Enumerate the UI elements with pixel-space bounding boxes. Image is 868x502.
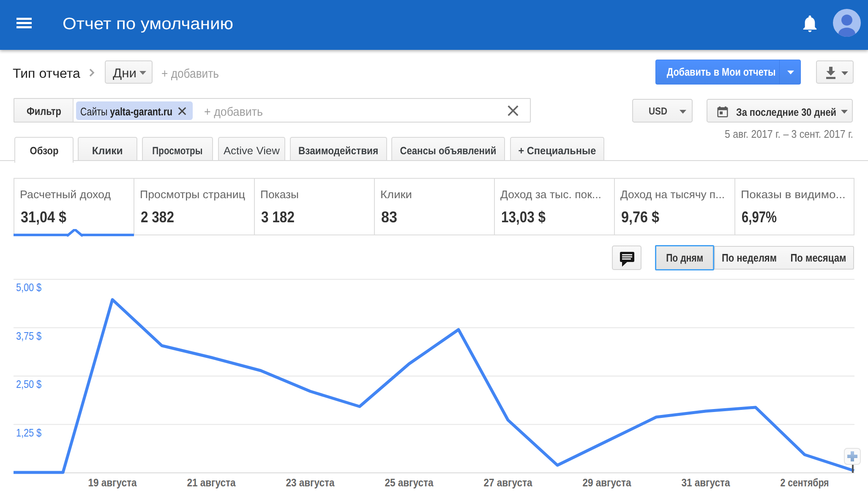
- svg-text:27 августа: 27 августа: [484, 476, 532, 489]
- svg-text:25 августа: 25 августа: [385, 476, 434, 489]
- svg-text:31 августа: 31 августа: [682, 476, 730, 489]
- svg-text:1,25 $: 1,25 $: [16, 426, 41, 439]
- svg-text:21 августа: 21 августа: [187, 476, 236, 489]
- svg-text:19 августа: 19 августа: [88, 476, 137, 489]
- svg-text:2,50 $: 2,50 $: [16, 378, 41, 390]
- svg-text:5,00 $: 5,00 $: [16, 281, 41, 294]
- svg-text:23 августа: 23 августа: [286, 476, 335, 489]
- svg-text:2 сентября: 2 сентября: [781, 476, 829, 489]
- svg-text:29 августа: 29 августа: [583, 476, 631, 489]
- svg-text:3,75 $: 3,75 $: [16, 330, 41, 342]
